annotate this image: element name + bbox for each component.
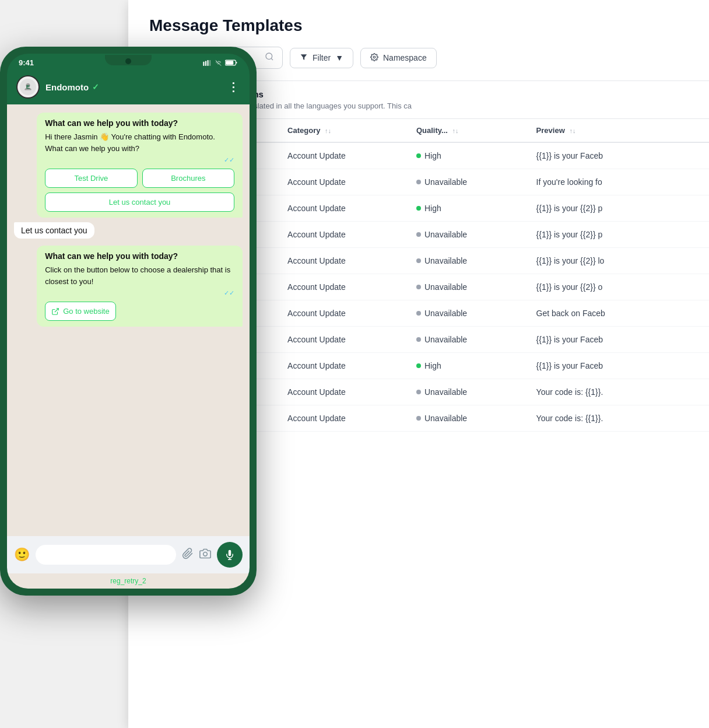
svg-rect-4 [208,60,209,66]
cell-preview-7: {{1}} is your Faceb [525,327,709,353]
cell-quality-1: Unavailable [405,169,525,195]
quality-dot [416,285,421,289]
test-drive-button[interactable]: Test Drive [45,169,137,188]
contact-name-area: Endomoto ✓ [45,82,222,92]
svg-rect-5 [209,60,210,66]
svg-text:E: E [26,83,30,90]
tick-3: ✓✓ [45,289,234,297]
sort-icon-quality: ↑↓ [452,127,459,134]
namespace-label: Namespace [383,53,427,62]
quality-label: Unavailable [424,387,467,397]
more-options-icon[interactable]: ⋮ [227,80,240,94]
quality-label: Unavailable [424,230,467,239]
reg-retry-link[interactable]: reg_retry_2 [7,573,250,589]
col-header-preview[interactable]: Preview ↑↓ [525,119,709,142]
tick-1: ✓✓ [45,156,234,164]
phone-notch [105,55,152,65]
phone-time: 9:41 [19,58,34,67]
quality-dot [416,258,421,263]
attach-icon[interactable] [182,548,194,562]
cell-quality-4: Unavailable [405,248,525,274]
whatsapp-header: E Endomoto ✓ ⋮ [7,69,250,104]
camera-dot [125,58,131,64]
phone-mockup: 9:41 E [0,47,257,596]
quality-dot [416,232,421,237]
col-header-category[interactable]: Category ↑↓ [276,119,405,142]
cell-category-4: Account Update [276,248,405,274]
filter-button[interactable]: Filter ▼ [290,48,353,68]
cell-category-5: Account Update [276,274,405,300]
incoming-text: Let us contact you [21,226,87,235]
bubble1-text: Hi there Jasmin 👋 You're chatting with E… [45,131,234,154]
cell-quality-5: Unavailable [405,274,525,300]
message-bubble-3: What can we help you with today? Click o… [37,246,243,327]
cell-category-9: Account Update [276,379,405,405]
brochures-button[interactable]: Brochures [142,169,234,188]
gear-icon [370,53,378,63]
camera-icon[interactable] [199,548,211,562]
cell-quality-3: Unavailable [405,222,525,248]
contact-button[interactable]: Let us contact you [45,192,234,212]
chat-area: What can we help you with today? Hi ther… [7,104,250,536]
quality-dot [416,206,421,211]
cell-quality-7: Unavailable [405,327,525,353]
quality-dot [416,180,421,184]
svg-rect-2 [203,61,204,65]
website-button[interactable]: Go to website [45,302,116,321]
svg-rect-7 [226,61,233,65]
quality-dot [416,363,421,368]
svg-point-0 [266,53,272,60]
cell-category-1: Account Update [276,169,405,195]
quality-label: High [424,151,441,160]
mic-button[interactable] [217,542,243,568]
quality-dot [416,337,421,342]
quality-label: Unavailable [424,335,467,344]
filter-icon [300,53,308,63]
svg-point-1 [373,56,375,58]
cell-preview-5: {{1}} is your {{2}} o [525,274,709,300]
sort-icon-preview: ↑↓ [569,127,575,134]
cell-category-2: Account Update [276,195,405,222]
bubble3-title: What can we help you with today? [45,251,234,261]
search-icon [265,52,274,64]
message-bubble-2: Let us contact you [14,222,94,239]
cell-preview-0: {{1}} is your Faceb [525,142,709,169]
cell-preview-10: Your code is: {{1}}. [525,405,709,432]
cell-preview-3: {{1}} is your {{2}} p [525,222,709,248]
col-header-quality[interactable]: Quality... ↑↓ [405,119,525,142]
cell-quality-8: High [405,353,525,379]
cell-preview-4: {{1}} is your {{2}} lo [525,248,709,274]
cell-preview-8: {{1}} is your Faceb [525,353,709,379]
svg-point-12 [203,552,208,556]
sort-icon-category: ↑↓ [325,127,331,134]
page-title: Message Templates [149,16,688,35]
namespace-button[interactable]: Namespace [360,48,437,68]
quality-label: High [424,361,441,370]
bubble1-title: What can we help you with today? [45,118,234,128]
col-preview-label: Preview [536,126,565,135]
quality-label: High [424,204,441,213]
cell-quality-9: Unavailable [405,379,525,405]
quality-label: Unavailable [424,256,467,265]
input-bar: 🙂 [7,536,250,573]
cell-quality-10: Unavailable [405,405,525,432]
cell-preview-2: {{1}} is your {{2}} p [525,195,709,222]
quality-label: Unavailable [424,414,467,423]
emoji-icon[interactable]: 🙂 [14,547,30,562]
cell-preview-6: Get back on Faceb [525,300,709,327]
cell-preview-1: If you're looking fo [525,169,709,195]
cell-preview-9: Your code is: {{1}}. [525,379,709,405]
filter-label: Filter [313,53,331,62]
website-label: Go to website [63,307,110,316]
cell-quality-0: High [405,142,525,169]
cell-category-0: Account Update [276,142,405,169]
message-input[interactable] [36,545,176,565]
verified-icon: ✓ [92,82,99,92]
cell-category-3: Account Update [276,222,405,248]
col-quality-label: Quality... [416,126,448,135]
quality-label: Unavailable [424,309,467,318]
quality-dot [416,390,421,394]
quality-dot [416,153,421,158]
filter-chevron-icon: ▼ [335,53,343,62]
bubble3-text: Click on the button below to choose a de… [45,264,234,287]
